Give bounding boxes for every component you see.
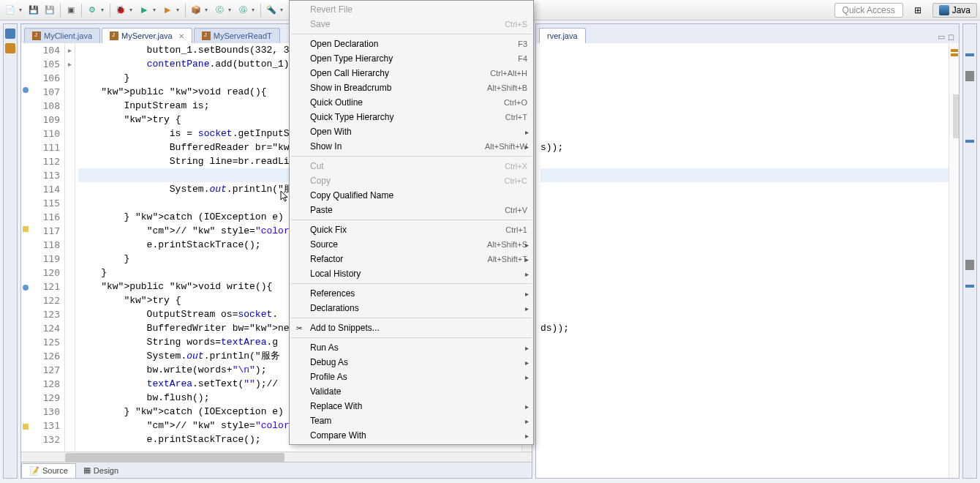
new-button[interactable]: 📄	[3, 3, 18, 18]
java-file-icon	[202, 31, 211, 40]
menu-item-quick-type-hierarchy[interactable]: Quick Type HierarchyCtrl+T	[290, 110, 533, 124]
tab-myserverreadt[interactable]: MyServerReadT	[194, 28, 280, 43]
separator	[81, 4, 82, 17]
view-icon[interactable]	[965, 260, 974, 270]
tab-myclient[interactable]: MyClient.java	[24, 28, 100, 43]
menu-item-label: Quick Fix	[310, 225, 491, 235]
build-button[interactable]: ⚙	[85, 3, 99, 18]
new-package-button[interactable]: 📦	[189, 3, 203, 18]
dropdown-icon[interactable]: ▾	[101, 7, 107, 13]
menu-item-label: Validate	[310, 386, 527, 397]
menu-item-copy: CopyCtrl+C	[290, 173, 533, 188]
marker[interactable]	[965, 53, 974, 56]
marker[interactable]	[965, 285, 974, 288]
marker[interactable]	[965, 140, 974, 143]
overview-ruler[interactable]	[949, 43, 959, 478]
warning-marker[interactable]	[951, 53, 958, 56]
separator	[110, 4, 110, 17]
menu-item-replace-with[interactable]: Replace With	[290, 399, 533, 413]
save-all-button[interactable]: 💾	[42, 3, 57, 18]
tab-controls: ▭ ◻	[936, 31, 956, 43]
shortcut-label: Ctrl+C	[505, 176, 527, 185]
dropdown-icon[interactable]: ▾	[129, 7, 135, 13]
menu-item-label: Team	[310, 416, 527, 426]
shortcut-label: F4	[518, 54, 527, 63]
coverage-button[interactable]: ▶	[160, 3, 175, 18]
menu-item-show-in[interactable]: Show InAlt+Shift+W	[290, 139, 533, 154]
menu-item-revert-file: Revert File	[290, 2, 533, 17]
warning-marker[interactable]	[23, 424, 29, 430]
menu-item-profile-as[interactable]: Profile As	[290, 370, 533, 384]
menu-item-open-with[interactable]: Open With	[290, 124, 533, 139]
view-icon[interactable]	[5, 43, 15, 53]
maximize-icon[interactable]: ◻	[948, 32, 954, 42]
dropdown-icon[interactable]: ▾	[205, 7, 211, 13]
menu-item-add-to-snippets-[interactable]: ✂Add to Snippets...	[290, 321, 533, 335]
dropdown-icon[interactable]: ▾	[280, 7, 286, 13]
shortcut-label: Alt+Shift+T	[488, 255, 527, 263]
design-tab[interactable]: ▦ Design	[76, 463, 126, 477]
dropdown-icon[interactable]: ▾	[252, 7, 257, 13]
menu-item-quick-outline[interactable]: Quick OutlineCtrl+O	[290, 95, 533, 110]
code-area[interactable]: s)); ds));	[536, 43, 959, 478]
menu-item-debug-as[interactable]: Debug As	[290, 355, 533, 370]
menu-item-references[interactable]: References	[290, 286, 533, 301]
menu-item-open-type-hierarchy[interactable]: Open Type HierarchyF4	[290, 51, 533, 66]
new-class-button[interactable]: Ⓒ	[212, 3, 227, 18]
menu-item-declarations[interactable]: Declarations	[290, 301, 533, 315]
menu-item-label: Copy	[310, 176, 490, 186]
menu-item-quick-fix[interactable]: Quick FixCtrl+1	[290, 222, 533, 237]
horizontal-scrollbar[interactable]	[21, 452, 532, 462]
close-icon[interactable]: ✕	[178, 32, 184, 40]
menu-item-label: Cut	[310, 161, 490, 171]
warning-marker[interactable]	[951, 49, 958, 52]
java-perspective-button[interactable]: Java	[932, 3, 977, 18]
dropdown-icon[interactable]: ▾	[153, 7, 159, 13]
code-text[interactable]: s)); ds));	[536, 43, 949, 478]
scrollbar-thumb[interactable]	[65, 453, 284, 462]
toggle-button[interactable]: ▣	[64, 3, 78, 18]
menu-item-validate[interactable]: Validate	[290, 384, 533, 399]
menu-item-source[interactable]: SourceAlt+Shift+S	[290, 237, 533, 252]
new-type-button[interactable]: Ⓖ	[235, 3, 250, 18]
folding-bar[interactable]: ▸▸	[65, 43, 75, 452]
shortcut-label: Ctrl+T	[505, 113, 527, 121]
save-button[interactable]: 💾	[26, 3, 41, 18]
info-marker[interactable]	[23, 285, 29, 291]
open-perspective-button[interactable]: ⊞	[908, 3, 928, 18]
tab-myserver[interactable]: MyServer.java ✕	[102, 28, 192, 43]
menu-item-run-as[interactable]: Run As	[290, 340, 533, 355]
view-icon[interactable]	[965, 71, 974, 81]
menu-item-refactor[interactable]: RefactorAlt+Shift+T	[290, 252, 533, 266]
menu-item-label: Open With	[310, 127, 527, 137]
warning-marker[interactable]	[23, 226, 29, 232]
debug-button[interactable]: 🐞	[113, 3, 128, 18]
scrollbar-vert[interactable]	[953, 94, 959, 138]
menu-separator	[291, 283, 532, 284]
shortcut-label: Ctrl+V	[505, 206, 527, 214]
dropdown-icon[interactable]: ▾	[228, 7, 234, 13]
bottom-tab-bar: 📝 Source ▦ Design	[21, 462, 532, 478]
tab-rver[interactable]: rver.java	[539, 28, 586, 43]
menu-item-team[interactable]: Team	[290, 413, 533, 428]
menu-item-paste[interactable]: PasteCtrl+V	[290, 203, 533, 217]
separator	[185, 4, 186, 17]
dropdown-icon[interactable]: ▾	[176, 7, 182, 13]
source-tab[interactable]: 📝 Source	[21, 463, 76, 478]
menu-item-label: Open Type Hierarchy	[310, 53, 503, 64]
run-button[interactable]: ▶	[137, 3, 151, 18]
menu-item-copy-qualified-name[interactable]: Copy Qualified Name	[290, 188, 533, 203]
menu-item-open-call-hierarchy[interactable]: Open Call HierarchyCtrl+Alt+H	[290, 66, 533, 80]
menu-item-open-declaration[interactable]: Open DeclarationF3	[290, 37, 533, 51]
info-marker[interactable]	[23, 87, 29, 93]
menu-item-label: Declarations	[310, 303, 527, 313]
minimize-icon[interactable]: ▭	[938, 32, 945, 42]
dropdown-icon[interactable]: ▾	[19, 7, 25, 13]
menu-item-label: Paste	[310, 205, 490, 215]
view-icon[interactable]	[5, 29, 15, 39]
search-button[interactable]: 🔦	[264, 3, 279, 18]
menu-item-local-history[interactable]: Local History	[290, 266, 533, 281]
quick-access-input[interactable]: Quick Access	[834, 3, 903, 18]
menu-item-show-in-breadcrumb[interactable]: Show in BreadcrumbAlt+Shift+B	[290, 80, 533, 95]
menu-item-compare-with[interactable]: Compare With	[290, 428, 533, 443]
